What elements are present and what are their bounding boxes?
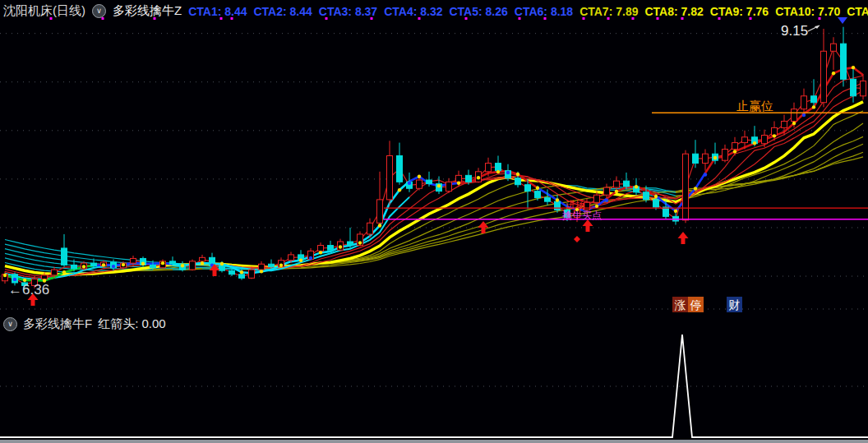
indicator2-name: 多彩线擒牛F	[23, 316, 92, 332]
indicator-name: 多彩线擒牛Z	[113, 3, 182, 19]
indicator2-bar: ∨ 多彩线擒牛F 红箭头: 0.00	[0, 315, 868, 333]
collapse-chevron-icon[interactable]: ∨	[3, 317, 17, 331]
stock-chart-window: 沈阳机床(日线) ∨ 多彩线擒牛Z CTA1: 8.44 CTA2: 8.44 …	[0, 0, 868, 443]
collapse-chevron-icon[interactable]: ∨	[92, 4, 106, 18]
cta8-value: CTA8: 7.82	[644, 5, 703, 18]
cta2-value: CTA2: 8.44	[254, 5, 312, 18]
cta11-value: CTA11: 7.65	[847, 5, 868, 18]
indicator-panel-area[interactable]	[0, 333, 868, 439]
main-chart-area[interactable]	[0, 22, 868, 315]
cta1-value: CTA1: 8.44	[188, 5, 247, 18]
cta4-value: CTA4: 8.32	[384, 5, 442, 18]
stock-title: 沈阳机床(日线)	[3, 3, 85, 19]
cta3-value: CTA3: 8.37	[319, 5, 377, 18]
top-indicator-bar: 沈阳机床(日线) ∨ 多彩线擒牛Z CTA1: 8.44 CTA2: 8.44 …	[0, 0, 868, 22]
red-arrow-metric: 红箭头: 0.00	[98, 316, 166, 332]
cta10-value: CTA10: 7.70	[775, 5, 840, 18]
cta6-value: CTA6: 8.18	[515, 5, 573, 18]
cta9-value: CTA9: 7.76	[710, 5, 769, 18]
cta7-value: CTA7: 7.89	[579, 5, 638, 18]
window-bottom-edge	[0, 440, 868, 443]
cta5-value: CTA5: 8.26	[449, 5, 507, 18]
